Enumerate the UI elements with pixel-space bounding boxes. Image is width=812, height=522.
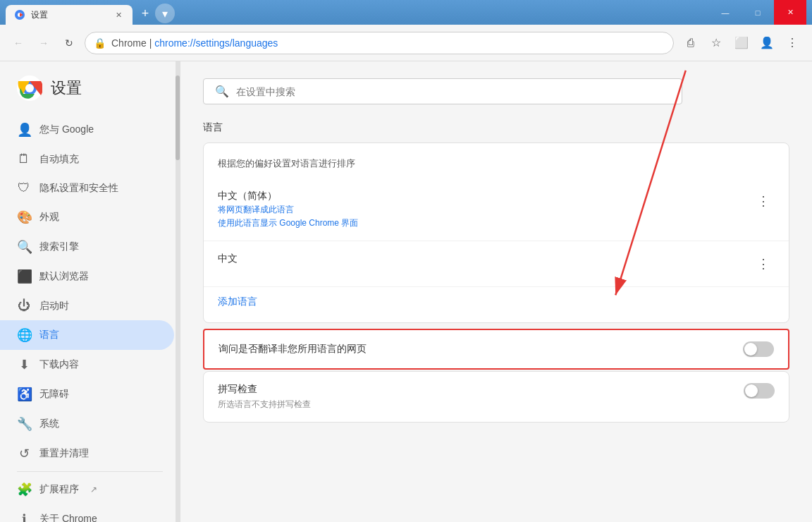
lang-name-zh-hans: 中文（简体） xyxy=(218,190,752,202)
sidebar-item-privacy[interactable]: 🛡 隐私设置和安全性 xyxy=(0,174,174,202)
search-input[interactable] xyxy=(236,86,670,97)
search-engine-icon: 🔍 xyxy=(17,239,31,255)
tab-bar: 设置 ✕ + ▾ xyxy=(6,0,709,25)
reset-icon: ↺ xyxy=(17,446,31,461)
sidebar-label-search: 搜索引擎 xyxy=(39,241,79,253)
sidebar-item-google[interactable]: 👤 您与 Google xyxy=(0,115,174,145)
sidebar-label-browser: 默认浏览器 xyxy=(39,270,89,283)
privacy-icon: 🛡 xyxy=(17,181,31,195)
sidebar-label-privacy: 隐私设置和安全性 xyxy=(39,182,118,195)
lang-link-translate-zh-hans[interactable]: 将网页翻译成此语言 xyxy=(218,204,752,216)
translate-toggle[interactable] xyxy=(743,341,774,357)
sidebar-nav: 👤 您与 Google 🗒 自动填充 🛡 隐私设置和安全性 🎨 外观 🔍 搜索引… xyxy=(0,112,180,522)
tab-dropdown-button[interactable]: ▾ xyxy=(155,4,175,23)
tab-favicon xyxy=(14,9,25,20)
sidebar-label-downloads: 下载内容 xyxy=(39,358,79,371)
google-icon: 👤 xyxy=(17,122,31,138)
browser-icon: ⬛ xyxy=(17,269,31,284)
menu-button[interactable]: ⋮ xyxy=(781,32,804,54)
spellcheck-info: 拼写检查 所选语言不支持拼写检查 xyxy=(218,383,311,411)
sidebar-label-autofill: 自动填充 xyxy=(39,153,79,166)
translate-label: 询问是否翻译非您所用语言的网页 xyxy=(219,343,367,356)
sidebar-item-browser[interactable]: ⬛ 默认浏览器 xyxy=(0,262,174,291)
language-icon: 🌐 xyxy=(17,327,31,343)
sidebar: 设置 👤 您与 Google 🗒 自动填充 🛡 隐私设置和安全性 🎨 外观 🔍 … xyxy=(0,61,180,522)
lang-menu-button-zh[interactable]: ⋮ xyxy=(752,253,775,275)
tab-title: 设置 xyxy=(31,9,48,21)
lang-info-zh: 中文 xyxy=(218,253,752,267)
translate-toggle-knob xyxy=(744,343,757,356)
spellcheck-toggle[interactable] xyxy=(744,383,775,399)
search-icon: 🔍 xyxy=(215,85,229,98)
maximize-button[interactable]: □ xyxy=(742,0,774,25)
sidebar-scroll-thumb[interactable] xyxy=(176,75,180,160)
refresh-button[interactable]: ↻ xyxy=(59,33,79,53)
add-language-link[interactable]: 添加语言 xyxy=(204,287,789,317)
content-area: 🔍 语言 根据您的偏好设置对语言进行排序 中文（简体） 将网页翻译成此语言 使用… xyxy=(180,61,812,522)
close-button[interactable]: ✕ xyxy=(774,0,806,25)
url-text: Chrome | chrome://settings/languages xyxy=(111,37,665,49)
spellcheck-subtitle: 所选语言不支持拼写检查 xyxy=(218,399,311,411)
sidebar-item-search[interactable]: 🔍 搜索引擎 xyxy=(0,232,174,262)
sidebar-label-reset: 重置并清理 xyxy=(39,447,89,460)
sidebar-label-about: 关于 Chrome xyxy=(39,513,97,522)
sidebar-header: 设置 xyxy=(0,61,180,112)
translate-toggle-row: 询问是否翻译非您所用语言的网页 xyxy=(203,329,789,370)
spellcheck-title: 拼写检查 xyxy=(218,383,311,396)
main-layout: 设置 👤 您与 Google 🗒 自动填充 🛡 隐私设置和安全性 🎨 外观 🔍 … xyxy=(0,61,812,522)
sidebar-label-startup: 启动时 xyxy=(39,300,69,312)
lang-link-display-zh-hans[interactable]: 使用此语言显示 Google Chrome 界面 xyxy=(218,217,752,229)
svg-point-4 xyxy=(25,84,34,92)
sidebar-item-system[interactable]: 🔧 系统 xyxy=(0,409,174,439)
url-protocol: Chrome xyxy=(111,37,147,49)
profile-button[interactable]: 👤 xyxy=(756,32,778,54)
extensions-icon: 🧩 xyxy=(17,482,31,497)
search-bar-container: 🔍 xyxy=(203,78,789,104)
sidebar-item-language[interactable]: 🌐 语言 xyxy=(0,320,174,350)
url-bar[interactable]: 🔒 Chrome | chrome://settings/languages xyxy=(85,32,674,54)
address-bar: ← → ↻ 🔒 Chrome | chrome://settings/langu… xyxy=(0,25,812,61)
language-list-card: 根据您的偏好设置对语言进行排序 中文（简体） 将网页翻译成此语言 使用此语言显示… xyxy=(203,142,789,323)
chrome-logo xyxy=(17,75,42,101)
lang-info-zh-hans: 中文（简体） 将网页翻译成此语言 使用此语言显示 Google Chrome 界… xyxy=(218,190,752,229)
sidebar-label-accessibility: 无障碍 xyxy=(39,388,69,401)
sidebar-label-appearance: 外观 xyxy=(39,211,59,224)
minimize-button[interactable]: — xyxy=(709,0,742,25)
about-icon: ℹ xyxy=(17,511,31,522)
sidebar-item-extensions[interactable]: 🧩 扩展程序 ↗ xyxy=(0,475,180,504)
search-bar[interactable]: 🔍 xyxy=(203,78,682,104)
sidebar-item-accessibility[interactable]: ♿ 无障碍 xyxy=(0,380,174,409)
sidebar-toggle-button[interactable]: ⬜ xyxy=(730,32,753,54)
sidebar-label-language: 语言 xyxy=(39,329,59,341)
sidebar-item-autofill[interactable]: 🗒 自动填充 xyxy=(0,145,174,174)
system-icon: 🔧 xyxy=(17,416,31,432)
sidebar-scrollbar xyxy=(176,61,180,522)
appearance-icon: 🎨 xyxy=(17,210,31,225)
spellcheck-toggle-knob xyxy=(745,384,758,397)
sidebar-item-appearance[interactable]: 🎨 外观 xyxy=(0,202,174,232)
tab-close-button[interactable]: ✕ xyxy=(113,9,124,20)
sidebar-label-google: 您与 Google xyxy=(39,123,94,136)
sidebar-item-downloads[interactable]: ⬇ 下载内容 xyxy=(0,350,174,380)
external-link-icon: ↗ xyxy=(90,485,97,494)
spellcheck-section: 拼写检查 所选语言不支持拼写检查 xyxy=(203,371,789,423)
sidebar-divider xyxy=(17,471,163,472)
new-tab-button[interactable]: + xyxy=(135,4,155,23)
window-controls: — □ ✕ xyxy=(709,0,806,25)
sidebar-label-system: 系统 xyxy=(39,418,59,430)
accessibility-icon: ♿ xyxy=(17,387,31,402)
sidebar-item-reset[interactable]: ↺ 重置并清理 xyxy=(0,439,174,468)
share-button[interactable]: ⎙ xyxy=(679,32,702,54)
lock-icon: 🔒 xyxy=(94,37,106,49)
lang-menu-button-zh-hans[interactable]: ⋮ xyxy=(752,190,775,212)
forward-button[interactable]: → xyxy=(34,33,54,53)
language-item-zh: 中文 ⋮ xyxy=(204,241,789,287)
lang-name-zh: 中文 xyxy=(218,253,752,265)
sidebar-item-about[interactable]: ℹ 关于 Chrome xyxy=(0,504,180,522)
sidebar-item-startup[interactable]: ⏻ 启动时 xyxy=(0,291,174,320)
active-tab[interactable]: 设置 ✕ xyxy=(6,5,133,25)
autofill-icon: 🗒 xyxy=(17,152,31,166)
back-button[interactable]: ← xyxy=(8,33,28,53)
bookmark-button[interactable]: ☆ xyxy=(705,32,727,54)
language-list-header: 根据您的偏好设置对语言进行排序 xyxy=(204,154,789,178)
